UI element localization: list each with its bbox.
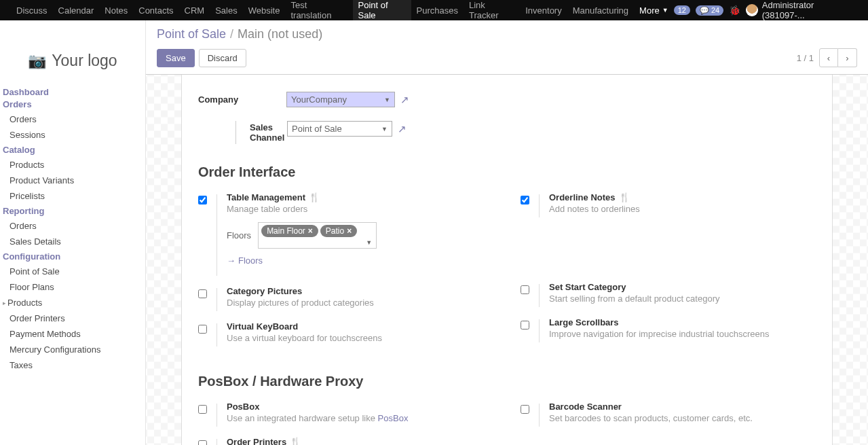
setting-label: Category Pictures bbox=[227, 286, 493, 296]
debug-icon[interactable]: 🐞 bbox=[729, 5, 740, 16]
external-link-icon[interactable]: ↗ bbox=[400, 94, 409, 106]
nav-link-tracker[interactable]: Link Tracker bbox=[464, 0, 520, 20]
sidebar-item-reporting-orders[interactable]: Orders bbox=[0, 218, 145, 234]
content-area: Point of Sale / Main (not used) Save Dis… bbox=[146, 20, 868, 445]
settings-col-right: Barcode Scanner Set barcodes to scan pro… bbox=[521, 402, 816, 445]
control-panel: Point of Sale / Main (not used) Save Dis… bbox=[146, 20, 868, 75]
large-scrollbars-checkbox[interactable] bbox=[521, 321, 529, 330]
setting-desc: Start selling from a default product cat… bbox=[549, 293, 816, 304]
sidebar-item-floor-plans[interactable]: Floor Plans bbox=[0, 279, 145, 295]
sidebar-item-taxes[interactable]: Taxes bbox=[0, 357, 145, 373]
breadcrumb-separator: / bbox=[230, 27, 233, 41]
arrow-right-icon: ▸ bbox=[3, 300, 6, 306]
settings-col-left: Table Management 🍴 Manage table orders F… bbox=[198, 192, 493, 357]
setting-body: Table Management 🍴 Manage table orders F… bbox=[227, 192, 493, 266]
sidebar-item-orders[interactable]: Orders bbox=[0, 111, 145, 127]
sidebar-item-order-printers[interactable]: Order Printers bbox=[0, 310, 145, 326]
setting-body: Order Printers 🍴 bbox=[227, 437, 493, 445]
setting-orderline-notes: Orderline Notes 🍴 Add notes to orderline… bbox=[521, 192, 816, 217]
tag-remove-icon[interactable]: × bbox=[308, 226, 313, 236]
barcode-checkbox[interactable] bbox=[521, 405, 529, 414]
company-label: Company bbox=[198, 92, 286, 105]
setting-label: Barcode Scanner bbox=[549, 402, 816, 412]
user-menu[interactable]: Administrator (381097-... bbox=[746, 0, 857, 20]
sidebar-item-sales-details[interactable]: Sales Details bbox=[0, 234, 145, 249]
settings-col-right: Orderline Notes 🍴 Add notes to orderline… bbox=[521, 192, 816, 357]
setting-label: Virtual KeyBoard bbox=[227, 321, 493, 332]
setting-desc: Improve navigation for imprecise industr… bbox=[549, 329, 816, 339]
setting-posbox: PosBox Use an integrated hardware setup … bbox=[198, 402, 493, 427]
start-category-checkbox[interactable] bbox=[521, 285, 529, 294]
sidebar-item-payment-methods[interactable]: Payment Methods bbox=[0, 326, 145, 342]
sidebar-header-catalog: Catalog bbox=[0, 143, 145, 157]
button-row: Save Discard 1 / 1 ‹ › bbox=[157, 48, 857, 67]
nav-discuss[interactable]: Discuss bbox=[11, 0, 53, 20]
floors-link[interactable]: → Floors bbox=[227, 255, 263, 266]
floors-row: Floors Main Floor × Patio × bbox=[227, 222, 493, 249]
setting-checkbox-wrap bbox=[521, 404, 540, 427]
category-pictures-checkbox[interactable] bbox=[198, 289, 207, 298]
topnav-left: Discuss Calendar Notes Contacts CRM Sale… bbox=[11, 0, 674, 20]
nav-inventory[interactable]: Inventory bbox=[520, 0, 567, 20]
breadcrumb-current: Main (not used) bbox=[238, 27, 322, 41]
sidebar-header-configuration: Configuration bbox=[0, 249, 145, 264]
pager-prev-button[interactable]: ‹ bbox=[819, 48, 838, 67]
nav-purchases[interactable]: Purchases bbox=[411, 0, 464, 20]
chat-badge[interactable]: 💬24 bbox=[696, 5, 723, 16]
breadcrumb-root[interactable]: Point of Sale bbox=[157, 27, 226, 41]
nav-sales[interactable]: Sales bbox=[210, 0, 243, 20]
sidebar-item-products[interactable]: Products bbox=[0, 157, 145, 173]
pager-next-button[interactable]: › bbox=[838, 48, 857, 67]
setting-label: Table Management 🍴 bbox=[227, 192, 493, 202]
chat-icon: 💬 bbox=[700, 6, 709, 15]
form-sheet: Company YourCompany ▼ ↗ Sales Channel Po… bbox=[181, 75, 833, 445]
sidebar-item-mercury[interactable]: Mercury Configurations bbox=[0, 342, 145, 357]
virtual-keyboard-checkbox[interactable] bbox=[198, 325, 207, 334]
nav-test-translation[interactable]: Test translation bbox=[285, 0, 352, 20]
nav-contacts[interactable]: Contacts bbox=[133, 0, 178, 20]
sidebar-item-config-products[interactable]: ▸ Products bbox=[0, 295, 145, 310]
posbox-checkbox[interactable] bbox=[198, 405, 207, 414]
nav-calendar[interactable]: Calendar bbox=[53, 0, 100, 20]
tag-patio: Patio × bbox=[320, 225, 357, 237]
nav-website[interactable]: Website bbox=[243, 0, 286, 20]
order-printers-checkbox[interactable] bbox=[198, 440, 207, 445]
company-field-wrap: YourCompany ▼ ↗ bbox=[286, 92, 409, 107]
tag-main-floor: Main Floor × bbox=[261, 225, 318, 237]
setting-desc: Display pictures of product categories bbox=[227, 298, 493, 308]
sidebar-item-sessions[interactable]: Sessions bbox=[0, 127, 145, 143]
setting-virtual-keyboard: Virtual KeyBoard Use a virtual keyboard … bbox=[198, 321, 493, 346]
nav-notes[interactable]: Notes bbox=[99, 0, 133, 20]
messages-badge[interactable]: 12 bbox=[674, 5, 690, 15]
sidebar-header-dashboard[interactable]: Dashboard bbox=[0, 87, 145, 99]
setting-desc: Add notes to orderlines bbox=[549, 204, 816, 214]
pager-text: 1 / 1 bbox=[797, 53, 814, 63]
setting-table-management: Table Management 🍴 Manage table orders F… bbox=[198, 192, 493, 276]
section-order-interface: Order Interface bbox=[198, 164, 816, 180]
setting-barcode-scanner: Barcode Scanner Set barcodes to scan pro… bbox=[521, 402, 816, 427]
setting-body: Category Pictures Display pictures of pr… bbox=[227, 286, 493, 308]
tag-remove-icon[interactable]: × bbox=[347, 226, 352, 236]
external-link-icon[interactable]: ↗ bbox=[398, 123, 407, 135]
nav-more-dropdown[interactable]: More ▼ bbox=[634, 5, 674, 16]
setting-large-scrollbars: Large Scrollbars Improve navigation for … bbox=[521, 317, 816, 342]
sales-channel-select[interactable]: Point of Sale ▼ bbox=[287, 121, 392, 137]
nav-manufacturing[interactable]: Manufacturing bbox=[567, 0, 634, 20]
setting-checkbox-wrap bbox=[521, 284, 540, 307]
nav-point-of-sale[interactable]: Point of Sale bbox=[353, 0, 411, 20]
table-management-checkbox[interactable] bbox=[198, 196, 207, 204]
floors-tags-field[interactable]: Main Floor × Patio × ▼ bbox=[258, 222, 377, 249]
sidebar-item-pos[interactable]: Point of Sale bbox=[0, 264, 145, 279]
tag-label: Main Floor bbox=[267, 226, 305, 236]
posbox-link[interactable]: PosBox bbox=[378, 413, 409, 423]
company-select[interactable]: YourCompany ▼ bbox=[286, 92, 395, 107]
setting-desc: Use a virtual keyboard for touchscreens bbox=[227, 333, 493, 343]
sidebar-item-product-variants[interactable]: Product Variants bbox=[0, 173, 145, 188]
orderline-notes-checkbox[interactable] bbox=[521, 196, 529, 204]
sidebar-item-pricelists[interactable]: Pricelists bbox=[0, 188, 145, 204]
discard-button[interactable]: Discard bbox=[199, 49, 246, 67]
save-button[interactable]: Save bbox=[157, 49, 195, 67]
sidebar-header-reporting: Reporting bbox=[0, 204, 145, 218]
nav-crm[interactable]: CRM bbox=[179, 0, 210, 20]
setting-checkbox-wrap bbox=[521, 194, 540, 217]
